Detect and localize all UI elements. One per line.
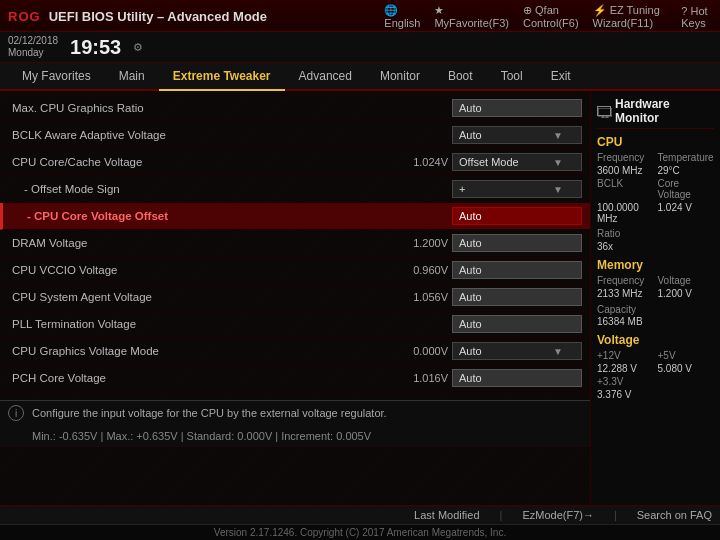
number-cpu-core-cache-voltage: 1.024V [404, 156, 448, 168]
label-cpu-core-cache-voltage: CPU Core/Cache Voltage [8, 156, 404, 168]
value-cpu-system-agent-voltage: 1.056V Auto [404, 288, 582, 306]
date-display: 02/12/2018 Monday [8, 35, 58, 59]
mem-cap-value: 16384 MB [597, 316, 643, 327]
row-pch-core-voltage[interactable]: PCH Core Voltage 1.016V Auto [0, 365, 590, 392]
number-cpu-vccio-voltage: 0.960V [404, 264, 448, 276]
cpu-freq-label: Frequency [597, 152, 654, 163]
volt-12v-label: +12V [597, 350, 654, 361]
menu-main[interactable]: Main [105, 63, 159, 91]
settings-gear-icon[interactable]: ⚙ [133, 41, 143, 54]
select-offset-mode-sign[interactable]: + ▼ [452, 180, 582, 198]
nav-language[interactable]: 🌐 English [384, 4, 420, 29]
memory-section-header: Memory [597, 258, 714, 272]
row-cpu-vccio-voltage[interactable]: CPU VCCIO Voltage 0.960V Auto [0, 257, 590, 284]
select-cpu-graphics-voltage-mode[interactable]: Auto ▼ [452, 342, 582, 360]
volt-33v-value: 3.376 V [597, 389, 654, 400]
day-text: Monday [8, 47, 58, 59]
select-pch-core-voltage[interactable]: Auto [452, 369, 582, 387]
nav-hotkeys[interactable]: ? Hot Keys [681, 5, 712, 29]
label-dram-voltage: DRAM Voltage [8, 237, 404, 249]
nav-myfavorite[interactable]: ★ MyFavorite(F3) [434, 4, 509, 29]
monitor-icon [597, 106, 611, 116]
input-cpu-core-voltage-offset[interactable]: Auto [452, 207, 582, 225]
value-cpu-vccio-voltage: 0.960V Auto [404, 261, 582, 279]
row-cpu-core-voltage-offset[interactable]: - CPU Core Voltage Offset Auto [0, 203, 590, 230]
bottom-search-faq[interactable]: Search on FAQ [637, 509, 712, 521]
label-cpu-vccio-voltage: CPU VCCIO Voltage [8, 264, 404, 276]
info-limits-bar: Min.: -0.635V | Max.: +0.635V | Standard… [0, 425, 590, 448]
info-bar: i Configure the input voltage for the CP… [0, 400, 590, 425]
time-display: 19:53 [70, 36, 121, 59]
number-cpu-system-agent-voltage: 1.056V [404, 291, 448, 303]
rog-logo: ROG [8, 9, 41, 24]
row-max-cpu-graphics-ratio[interactable]: Max. CPU Graphics Ratio Auto [0, 95, 590, 122]
menu-exit[interactable]: Exit [537, 63, 585, 91]
main-container: ROG UEFI BIOS Utility – Advanced Mode 🌐 … [0, 0, 720, 540]
mem-freq-label: Frequency [597, 275, 654, 286]
volt-5v-value: 5.080 V [658, 363, 715, 374]
select-cpu-vccio-voltage[interactable]: Auto [452, 261, 582, 279]
label-offset-mode-sign: - Offset Mode Sign [8, 183, 452, 195]
row-dram-voltage[interactable]: DRAM Voltage 1.200V Auto [0, 230, 590, 257]
number-pch-core-voltage: 1.016V [404, 372, 448, 384]
menu-advanced[interactable]: Advanced [285, 63, 366, 91]
value-max-cpu-graphics-ratio: Auto [452, 99, 582, 117]
row-cpu-core-cache-voltage[interactable]: CPU Core/Cache Voltage 1.024V Offset Mod… [0, 149, 590, 176]
top-nav: 🌐 English ★ MyFavorite(F3) ⊕ Qfan Contro… [384, 4, 712, 29]
label-pch-core-voltage: PCH Core Voltage [8, 372, 404, 384]
arrow-icon: ▼ [553, 346, 563, 357]
row-cpu-system-agent-voltage[interactable]: CPU System Agent Voltage 1.056V Auto [0, 284, 590, 311]
bottom-bar: Last Modified | EzMode(F7)→ | Search on … [0, 505, 720, 524]
row-pll-termination-voltage[interactable]: PLL Termination Voltage Auto [0, 311, 590, 338]
cpu-section-header: CPU [597, 135, 714, 149]
arrow-icon: ▼ [553, 184, 563, 195]
select-pll-termination-voltage[interactable]: Auto [452, 315, 582, 333]
bottom-last-modified[interactable]: Last Modified [414, 509, 479, 521]
settings-panel: Max. CPU Graphics Ratio Auto BCLK Aware … [0, 91, 590, 505]
select-max-cpu-graphics-ratio[interactable]: Auto [452, 99, 582, 117]
menu-tool[interactable]: Tool [487, 63, 537, 91]
select-dram-voltage[interactable]: Auto [452, 234, 582, 252]
cpu-freq-value: 3600 MHz [597, 165, 654, 176]
bottom-ezmode[interactable]: EzMode(F7)→ [522, 509, 594, 521]
row-offset-mode-sign[interactable]: - Offset Mode Sign + ▼ [0, 176, 590, 203]
arrow-icon: ▼ [553, 130, 563, 141]
cpu-ratio-value: 36x [597, 241, 654, 252]
nav-eztuning[interactable]: ⚡ EZ Tuning Wizard(F11) [593, 4, 668, 29]
mem-volt-label: Voltage [658, 275, 715, 286]
date-text: 02/12/2018 [8, 35, 58, 47]
menu-monitor[interactable]: Monitor [366, 63, 434, 91]
value-pch-core-voltage: 1.016V Auto [404, 369, 582, 387]
voltage-section-header: Voltage [597, 333, 714, 347]
label-cpu-graphics-voltage-mode: CPU Graphics Voltage Mode [8, 345, 404, 357]
bios-title: UEFI BIOS Utility – Advanced Mode [49, 9, 377, 24]
select-bclk-aware[interactable]: Auto ▼ [452, 126, 582, 144]
row-bclk-aware[interactable]: BCLK Aware Adaptive Voltage Auto ▼ [0, 122, 590, 149]
select-cpu-system-agent-voltage[interactable]: Auto [452, 288, 582, 306]
cpu-corevolt-value: 1.024 V [658, 202, 715, 224]
value-bclk-aware: Auto ▼ [452, 126, 582, 144]
volt-5v-label: +5V [658, 350, 715, 361]
menu-my-favorites[interactable]: My Favorites [8, 63, 105, 91]
memory-stats: Frequency Voltage 2133 MHz 1.200 V [597, 275, 714, 299]
info-icon: i [8, 405, 24, 421]
select-cpu-core-cache-voltage[interactable]: Offset Mode ▼ [452, 153, 582, 171]
menu-boot[interactable]: Boot [434, 63, 487, 91]
nav-qfan[interactable]: ⊕ Qfan Control(F6) [523, 4, 579, 29]
bottom-divider-2: | [614, 509, 617, 521]
mem-volt-value: 1.200 V [658, 288, 715, 299]
cpu-ratio-label: Ratio [597, 228, 654, 239]
row-cpu-graphics-voltage-mode[interactable]: CPU Graphics Voltage Mode 0.000V Auto ▼ [0, 338, 590, 365]
cpu-stats: Frequency Temperature 3600 MHz 29°C BCLK… [597, 152, 714, 224]
number-dram-voltage: 1.200V [404, 237, 448, 249]
footer-text: Version 2.17.1246. Copyright (C) 2017 Am… [214, 527, 506, 538]
value-pll-termination-voltage: Auto [452, 315, 582, 333]
value-dram-voltage: 1.200V Auto [404, 234, 582, 252]
cpu-ratio-stat: Ratio 36x [597, 228, 714, 252]
volt-12v-value: 12.288 V [597, 363, 654, 374]
bottom-divider-1: | [500, 509, 503, 521]
number-cpu-graphics-voltage-mode: 0.000V [404, 345, 448, 357]
menu-bar: My Favorites Main Extreme Tweaker Advanc… [0, 63, 720, 91]
menu-extreme-tweaker[interactable]: Extreme Tweaker [159, 63, 285, 91]
cpu-bclk-value: 100.0000 MHz [597, 202, 654, 224]
